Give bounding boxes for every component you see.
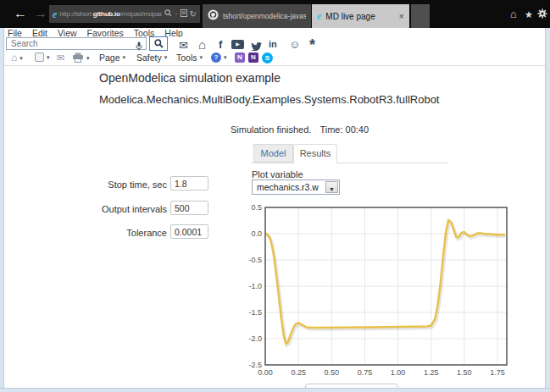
browser-titlebar: ← → e http://tshort.github.io/mdpad/mdpa… <box>0 0 550 28</box>
read-mail-icon: ✉ <box>57 52 64 63</box>
menu-view[interactable]: View <box>58 28 77 38</box>
output-intervals-label: Output intervals <box>85 204 167 214</box>
svg-text:0.50: 0.50 <box>325 368 340 377</box>
window-frame-left <box>0 28 4 392</box>
onenote-send-button[interactable]: N <box>235 52 245 63</box>
linkedin-icon[interactable]: in <box>269 39 277 49</box>
address-bar[interactable]: e http://tshort.github.io/mdpad/mdpad.ht… <box>49 5 200 23</box>
chevron-down-icon: ▾ <box>123 54 126 61</box>
status-time: Time: 00:40 <box>319 124 369 135</box>
ie-page-icon: e <box>53 9 57 19</box>
search-icon[interactable] <box>164 9 172 19</box>
onenote-send-icon: N <box>235 52 245 63</box>
menu-file[interactable]: File <box>8 28 22 38</box>
tab-github-repo[interactable]: tshort/openmodelica-javas... <box>203 4 311 28</box>
tools-menu-label: Tools <box>176 52 197 63</box>
onenote-linked-notes-button[interactable]: N <box>248 52 258 63</box>
tools-menu-button[interactable]: Tools ▾ <box>176 52 203 63</box>
svg-text:-1.0: -1.0 <box>248 282 262 290</box>
chevron-down-icon: ▾ <box>224 54 227 61</box>
chevron-down-icon: ▾ <box>330 185 333 193</box>
reddit-icon[interactable]: ☺ <box>289 38 300 51</box>
feeds-button[interactable]: ▾ <box>35 52 50 62</box>
ie-tab-icon: e <box>317 11 321 21</box>
svg-text:-0.5: -0.5 <box>248 256 262 264</box>
search-input[interactable] <box>6 37 147 50</box>
youtube-icon[interactable]: ▶ <box>231 40 244 49</box>
new-tab-button[interactable] <box>411 4 430 28</box>
simulation-status: Simulation finished.Time: 00:40 <box>231 124 369 135</box>
search-button[interactable] <box>149 36 168 51</box>
output-intervals-input[interactable] <box>170 201 208 215</box>
svg-text:0.00: 0.00 <box>258 368 273 377</box>
svg-text:0.0: 0.0 <box>251 229 262 238</box>
skype-button[interactable]: S <box>262 52 273 63</box>
mail-icon[interactable]: ✉ <box>179 39 188 52</box>
svg-text:0.5: 0.5 <box>251 203 262 212</box>
tab-md-live-page[interactable]: e MD live page × <box>312 4 409 28</box>
plot-variable-select[interactable]: mechanics.r3.w ▾ <box>252 179 340 195</box>
selected-variable: mechanics.r3.w <box>253 182 325 192</box>
onenote-icon: N <box>248 52 258 63</box>
svg-text:1.50: 1.50 <box>457 368 472 377</box>
safety-menu-label: Safety <box>136 52 162 63</box>
feeds-icon <box>35 52 44 62</box>
svg-text:0.25: 0.25 <box>291 368 306 377</box>
stop-time-input[interactable] <box>170 176 208 190</box>
home-icon[interactable]: ⌂ <box>510 8 517 20</box>
refresh-icon[interactable]: ↻ <box>190 10 197 19</box>
chevron-down-icon: ▾ <box>164 54 168 61</box>
tab-label: tshort/openmodelica-javas... <box>223 12 306 20</box>
plot-variable-label: Plot variable <box>252 169 303 179</box>
svg-text:-2.0: -2.0 <box>248 334 262 343</box>
tolerance-label: Tolerance <box>85 228 167 238</box>
stop-time-label: Stop time, sec <box>85 179 167 190</box>
skype-icon: S <box>262 52 273 63</box>
back-button[interactable]: ← <box>14 5 27 22</box>
home-command-button[interactable]: ⌂ ▾ <box>11 52 23 63</box>
tab-divider <box>251 163 448 163</box>
chevron-down-icon: ▾ <box>86 55 90 62</box>
tab-results[interactable]: Results <box>293 144 337 163</box>
chevron-down-icon: ▾ <box>19 55 23 62</box>
page-menu-label: Page <box>99 52 120 63</box>
menu-edit[interactable]: Edit <box>32 28 47 38</box>
print-button[interactable]: ▾ <box>72 52 90 64</box>
model-name: Modelica.Mechanics.MultiBody.Examples.Sy… <box>99 93 439 106</box>
favorites-star-icon[interactable]: ★ <box>525 8 533 21</box>
command-bar: ⌂ ▾ ▾ ✉ ▾ Page ▾ Safety ▾ Tools ▾ <box>4 51 546 66</box>
chevron-down-icon: ▾ <box>200 54 203 61</box>
help-button[interactable]: ? ▾ <box>211 52 227 63</box>
printer-icon <box>72 52 84 64</box>
compatibility-view-icon[interactable] <box>181 9 187 19</box>
safety-menu-button[interactable]: Safety ▾ <box>136 52 167 63</box>
tab-close-icon[interactable]: × <box>399 12 404 21</box>
facebook-icon[interactable]: f <box>219 38 222 51</box>
svg-text:-2.5: -2.5 <box>248 361 262 369</box>
select-dropdown-button[interactable]: ▾ <box>325 181 338 193</box>
svg-text:1.75: 1.75 <box>490 368 505 377</box>
window-frame-right <box>545 28 550 392</box>
page-menu-button[interactable]: Page ▾ <box>99 52 125 63</box>
browser-window: ← → e http://tshort.github.io/mdpad/mdpa… <box>0 0 550 392</box>
results-plot-container: 0.000.250.500.751.001.251.501.750.50.0-0… <box>244 202 517 383</box>
page-title: OpenModelica simulation example <box>99 71 281 85</box>
forward-button[interactable]: → <box>34 5 47 22</box>
svg-text:1.25: 1.25 <box>424 368 439 377</box>
status-text: Simulation finished. <box>231 124 311 135</box>
home-social-icon[interactable]: ⌂ <box>198 37 206 52</box>
tab-label: MD live page <box>325 12 394 21</box>
read-mail-button[interactable]: ✉ <box>57 52 64 63</box>
tab-model[interactable]: Model <box>253 144 293 163</box>
url-text: http://tshort.github.io/mdpad/mdpad.html… <box>59 10 162 18</box>
results-plot[interactable]: 0.000.250.500.751.001.251.501.750.50.0-0… <box>244 202 517 383</box>
github-icon <box>208 8 219 24</box>
search-toolbar: ✉ ⌂ f ▶ in ☺ * <box>4 37 546 51</box>
menu-favorites[interactable]: Favorites <box>87 28 124 38</box>
settings-gear-icon[interactable] <box>537 8 547 21</box>
svg-text:-1.5: -1.5 <box>248 308 262 317</box>
svg-text:1.00: 1.00 <box>391 368 406 377</box>
home-icon: ⌂ <box>11 52 17 63</box>
address-dropdown-icon[interactable]: ▾ <box>175 11 178 18</box>
tolerance-input[interactable] <box>170 224 208 239</box>
